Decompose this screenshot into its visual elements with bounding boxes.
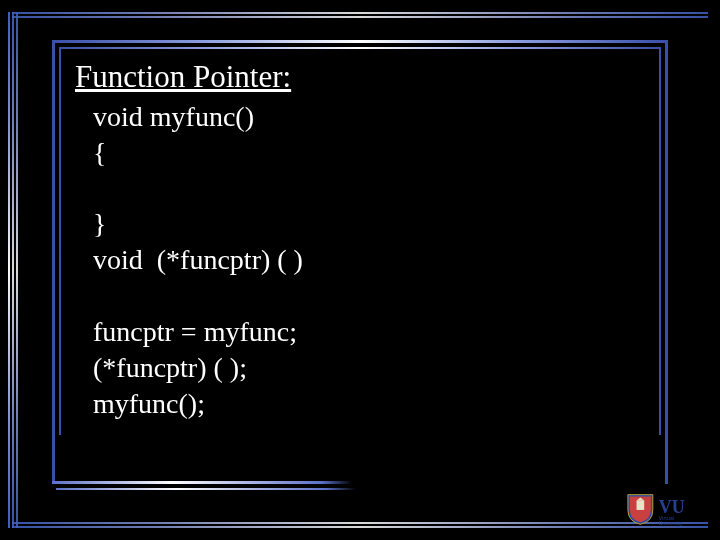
decorative-line	[52, 481, 352, 484]
decorative-line	[56, 488, 356, 490]
decorative-border	[12, 526, 708, 528]
vu-logo: VU Virtual University	[626, 488, 698, 526]
svg-rect-0	[637, 500, 645, 510]
code-block: void myfunc() { } void (*funcptr) ( ) fu…	[75, 99, 645, 421]
logo-initials: VU	[659, 498, 698, 516]
shield-icon	[626, 492, 655, 526]
decorative-border	[12, 522, 708, 524]
slide: Function Pointer: void myfunc() { } void…	[8, 8, 712, 532]
decorative-border	[16, 12, 18, 528]
content-inner: Function Pointer: void myfunc() { } void…	[59, 47, 661, 435]
content-frame: Function Pointer: void myfunc() { } void…	[52, 40, 668, 484]
logo-subtitle: Virtual University	[659, 516, 698, 526]
slide-title: Function Pointer:	[75, 59, 645, 95]
decorative-border	[12, 12, 14, 528]
decorative-border	[12, 16, 708, 18]
decorative-border	[12, 12, 708, 14]
decorative-border	[8, 12, 10, 528]
logo-text: VU Virtual University	[659, 498, 698, 526]
